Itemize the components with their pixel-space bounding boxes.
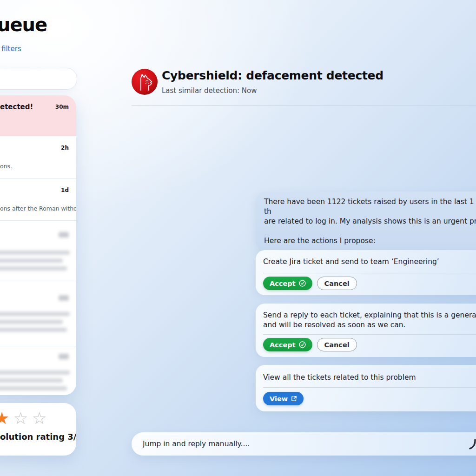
blurred-text	[0, 251, 70, 274]
blurred-text	[0, 312, 70, 336]
blurred-time	[59, 354, 69, 359]
ticket-search-box	[0, 68, 77, 90]
star-filled-icon[interactable]: ★	[0, 409, 13, 428]
conversation-subtitle: Last similar detection: Now	[162, 86, 257, 95]
cancel-button[interactable]: Cancel	[317, 277, 357, 290]
ticket-item-blurred[interactable]	[0, 346, 76, 395]
accept-button[interactable]: Accept	[263, 277, 312, 290]
card-divider	[263, 334, 476, 335]
assistant-message: There have been 1122 tickets raised by u…	[256, 192, 476, 251]
action-card-view-tickets: View all the tickets related to this pro…	[256, 365, 476, 411]
ticket-time: 1d	[61, 187, 69, 193]
blurred-text	[0, 370, 70, 394]
star-rating[interactable]: ★☆☆	[0, 409, 51, 428]
ticket-item-blurred[interactable]	[0, 281, 76, 346]
page-title: ueue	[0, 14, 47, 35]
cancel-button[interactable]: Cancel	[317, 338, 357, 351]
cut-off-glyph	[469, 438, 476, 451]
view-button[interactable]: View	[263, 392, 304, 405]
star-outline-icon[interactable]: ☆	[32, 409, 51, 428]
ticket-item-blurred[interactable]	[0, 221, 76, 281]
resolution-rating-card: ★☆☆ olution rating 3/5	[0, 403, 76, 456]
ticket-queue-list: etected! 30m 2h ons. 1d ons after the Ro…	[0, 95, 76, 395]
check-circle-icon	[299, 341, 306, 348]
blurred-time	[59, 295, 69, 301]
ticket-description: ons.	[0, 163, 12, 170]
action-text: Send a reply to each ticket, explaining …	[263, 311, 476, 330]
ticket-item-alert[interactable]: etected! 30m	[0, 95, 76, 136]
card-divider	[263, 387, 476, 388]
reply-input[interactable]	[132, 432, 476, 456]
ticket-time: 30m	[55, 104, 69, 110]
action-text: Create Jira ticket and send to team ‘Eng…	[263, 257, 439, 267]
conversation-title: Cybershield: defacement detected	[162, 69, 383, 82]
external-link-icon	[291, 396, 297, 402]
cybershield-logo dog-icon	[132, 69, 158, 95]
ticket-search-input[interactable]	[0, 68, 77, 89]
accept-button[interactable]: Accept	[263, 338, 312, 351]
card-divider	[263, 273, 476, 273]
rating-label: olution rating 3/5	[0, 432, 76, 442]
ticket-item[interactable]: 2h ons.	[0, 136, 76, 179]
ticket-description: ons after the Roman withdrawal	[0, 205, 76, 212]
star-outline-icon[interactable]: ☆	[13, 409, 32, 428]
action-text: View all the tickets related to this pro…	[263, 373, 416, 383]
ticket-title: etected!	[0, 103, 33, 111]
app-root: ueue filters etected! 30m 2h ons. 1d ons…	[0, 0, 476, 476]
header-divider	[132, 106, 476, 106]
blurred-time	[59, 232, 69, 238]
action-card-reply: Send a reply to each ticket, explaining …	[256, 304, 476, 357]
check-circle-icon	[299, 280, 306, 287]
filters-link[interactable]: filters	[1, 45, 21, 53]
reply-input-bar	[132, 432, 476, 456]
ticket-item[interactable]: 1d ons after the Roman withdrawal	[0, 179, 76, 221]
ticket-time: 2h	[61, 145, 69, 151]
action-card-jira: Create Jira ticket and send to team ‘Eng…	[256, 250, 476, 295]
